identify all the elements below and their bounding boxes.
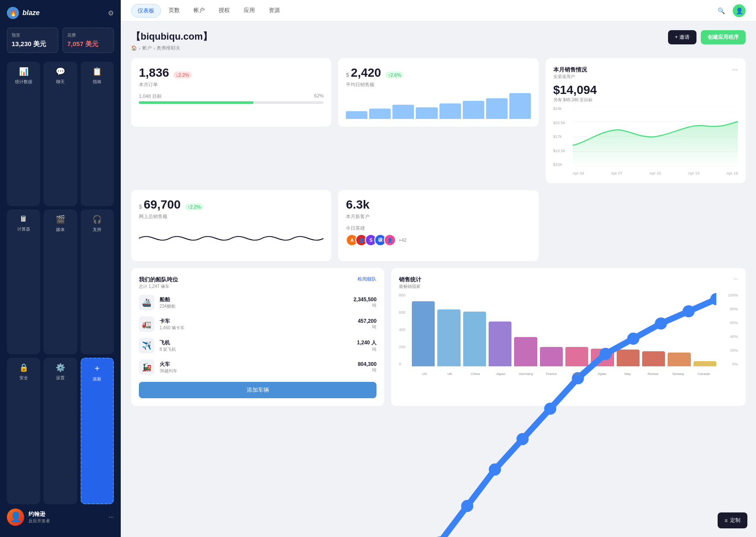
add-label: 添新 (93, 376, 101, 382)
customize-icon: ≡ (725, 518, 728, 524)
user-avatar: 👤 (7, 509, 24, 526)
plane-icon: ✈️ (139, 338, 154, 353)
truck-value: 457,200 吨 (358, 318, 376, 330)
sidebar-item-security[interactable]: 🔒 安全 (7, 358, 40, 504)
line-dot-4 (517, 433, 529, 445)
sidebar-item-media[interactable]: 🎬 媒体 (44, 209, 77, 354)
sidebar-item-add[interactable]: + 添新 (81, 358, 114, 504)
expense-value: 7,057 美元 (67, 40, 109, 48)
stats-label: 统计数据 (15, 79, 32, 85)
bar-chart-x-labels: USUKChinaJapanGermanyFranceIndiaSpainIta… (412, 372, 716, 376)
train-unit: 吨 (358, 367, 376, 373)
sidebar-item-chat[interactable]: 💬 聊天 (44, 62, 77, 206)
page-content: 【biqubiqu.com】 🏠 › 帐户 › 奥弗维耶夫 + 邀请 创建应用程… (121, 22, 756, 537)
sales-more-btn[interactable]: ··· (732, 66, 738, 74)
tab-resources[interactable]: 资源 (263, 4, 286, 18)
heroes-avatars: A 👤 S 碳 👤 +42 (346, 234, 530, 246)
sidebar-item-settings[interactable]: ⚙️ 设置 (44, 358, 77, 504)
sales-stats-header: 销售统计 最畅销国家 ··· (399, 276, 738, 290)
search-button[interactable]: 🔍 (715, 4, 728, 17)
tab-auth[interactable]: 授权 (213, 4, 236, 18)
sales-note: 另有 $48,346 至目标 (553, 97, 738, 103)
chat-label: 聊天 (56, 79, 65, 85)
bar-fill-Spain (591, 349, 614, 366)
x-label-Italy: Italy (615, 372, 640, 376)
sales-svg (573, 106, 738, 167)
sidebar-item-calc[interactable]: 🖩 计算器 (7, 209, 40, 354)
calc-icon: 🖩 (20, 215, 28, 224)
fleet-header: 我们的船队吨位 总计 1,247 辆车 检阅舰队 (139, 276, 376, 290)
sales-stats-title: 销售统计 (399, 276, 421, 284)
total-label: 网上总销售额 (139, 213, 323, 220)
sales-stats-card: 销售统计 最畅销国家 ··· 800 600 400 200 0 (391, 268, 746, 406)
heroes-label: 今日英雄 (346, 225, 530, 231)
page-title: 【biqubiqu.com】 (131, 30, 212, 43)
x-label-China: China (463, 372, 488, 376)
total-badge: ↑2.2% (185, 203, 204, 210)
expense-card: 花费 7,057 美元 (63, 28, 114, 53)
ship-amount: 2,345,500 (354, 297, 376, 303)
create-app-button[interactable]: 创建应用程序 (701, 30, 746, 44)
total-sales-card: $ 69,700 ↑2.2% 网上总销售额 (131, 190, 331, 261)
mini-bar-1 (346, 111, 367, 119)
x-label-Canada: Canada (691, 372, 716, 376)
breadcrumb-accounts[interactable]: 帐户 (142, 45, 152, 51)
mini-bar-5 (439, 103, 461, 119)
settings-label: 设置 (56, 375, 65, 381)
x-label-Germany: Germany (513, 372, 539, 376)
chart-area (573, 106, 738, 167)
sales-stats-more[interactable]: ··· (734, 276, 738, 282)
train-amount: 804,300 (358, 361, 376, 367)
fleet-subtitle: 总计 1,247 辆车 (139, 284, 178, 290)
progress-label: 1,048 目标 (139, 93, 162, 100)
tab-accounts[interactable]: 帐户 (188, 4, 211, 18)
support-label: 支持 (93, 227, 101, 233)
line-dot-5 (544, 403, 556, 415)
budget-card: 预算 13,230 美元 (7, 28, 58, 53)
tab-apps[interactable]: 应用 (238, 4, 261, 18)
media-label: 媒体 (56, 227, 65, 233)
customize-label: 定制 (730, 517, 740, 524)
bar-fill-India (565, 347, 588, 366)
customize-button[interactable]: ≡ 定制 (718, 512, 747, 528)
media-icon: 🎬 (56, 215, 65, 224)
add-icon: + (94, 364, 100, 374)
tab-pages[interactable]: 页数 (163, 4, 186, 18)
tab-dashboard[interactable]: 仪表板 (131, 4, 161, 18)
sidebar-item-support[interactable]: 🎧 支持 (81, 209, 114, 354)
user-more-btn[interactable]: ⋯ (109, 514, 114, 520)
x-label-Spain: Spain (590, 372, 615, 376)
sidebar: 🔥 blaze ⚙ 预算 13,230 美元 花费 7,057 美元 📊 统计数… (0, 0, 121, 537)
nav-grid: 📊 统计数据 💬 聊天 📋 指南 🖩 计算器 🎬 媒体 🎧 支持 🔒 安全 ⚙ (7, 62, 114, 504)
bar-Norway (668, 293, 690, 366)
orders-value: 1,836 (139, 66, 169, 80)
total-value: 69,700 (144, 198, 181, 212)
sidebar-item-stats[interactable]: 📊 统计数据 (7, 62, 40, 206)
monthly-sales-card: 本月销售情况 全渠道用户 ··· $14,094 另有 $48,346 至目标 … (546, 58, 746, 183)
train-name: 火车 (160, 361, 353, 368)
x-label-India: India (564, 372, 590, 376)
plane-unit: 吨 (357, 347, 376, 353)
bar-UK (437, 293, 460, 366)
invite-button[interactable]: + 邀请 (668, 30, 696, 44)
header-actions: + 邀请 创建应用程序 (668, 30, 746, 44)
bar-Canada (693, 293, 716, 366)
train-sub: 36趟列车 (160, 368, 353, 374)
bar-fill-Norway (668, 353, 690, 366)
add-vehicle-button[interactable]: 添加车辆 (139, 382, 376, 398)
fleet-link[interactable]: 检阅舰队 (358, 276, 376, 282)
wavy-chart (139, 223, 323, 253)
stats-grid: 1,836 ↓2.2% 本月订单 1,048 目标 62% $ (131, 58, 746, 183)
budget-cards: 预算 13,230 美元 花费 7,057 美元 (7, 28, 114, 53)
line-dot-2 (461, 500, 473, 512)
breadcrumb-home[interactable]: 🏠 (131, 45, 137, 51)
orders-progress: 1,048 目标 62% (139, 93, 323, 104)
total-prefix: $ (139, 202, 142, 210)
bar-Japan (489, 293, 511, 366)
sidebar-item-guide[interactable]: 📋 指南 (81, 62, 114, 206)
bar-chart-area (412, 293, 716, 366)
bar-chart-y-labels: 800 600 400 200 0 (399, 293, 405, 366)
settings-icon[interactable]: ⚙ (108, 9, 114, 17)
user-nav-avatar[interactable]: 👤 (733, 4, 746, 17)
daily-badge: ↑2.6% (386, 72, 404, 78)
